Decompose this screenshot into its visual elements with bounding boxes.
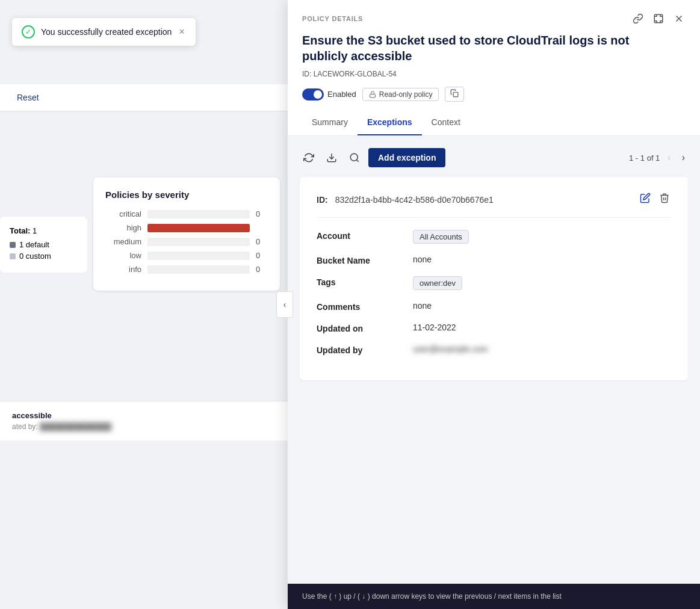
severity-label-low: low bbox=[105, 251, 141, 260]
tab-exceptions[interactable]: Exceptions bbox=[358, 111, 422, 135]
exception-action-buttons bbox=[639, 191, 671, 208]
field-label-updated-on: Updated on bbox=[317, 323, 401, 333]
pagination-text: 1 - 1 of 1 bbox=[629, 153, 660, 162]
success-icon: ✓ bbox=[22, 25, 35, 39]
pagination: 1 - 1 of 1 ‹ › bbox=[629, 151, 688, 164]
exception-field-tags: Tags owner:dev bbox=[317, 276, 671, 290]
policy-details-drawer: POLICY DETAILS bbox=[288, 0, 700, 609]
drawer-title: Ensure the S3 bucket used to store Cloud… bbox=[302, 32, 651, 64]
readonly-badge: Read-only policy bbox=[362, 88, 439, 101]
tab-summary[interactable]: Summary bbox=[302, 111, 358, 135]
severity-row-low: low 0 bbox=[105, 251, 268, 260]
field-label-comments: Comments bbox=[317, 301, 401, 312]
drawer-header: POLICY DETAILS bbox=[288, 0, 700, 136]
severity-label-high: high bbox=[105, 223, 141, 232]
drawer-footer: Use the ( ↑ ) up / ( ↓ ) down arrow keys… bbox=[288, 584, 700, 609]
severity-bar-low bbox=[147, 252, 250, 260]
field-value-comments: none bbox=[413, 301, 432, 311]
severity-label-critical: critical bbox=[105, 209, 141, 218]
severity-row-info: info 0 bbox=[105, 265, 268, 274]
drawer-id: ID: LACEWORK-GLOBAL-54 bbox=[302, 70, 686, 78]
field-label-tags: Tags bbox=[317, 276, 401, 287]
default-dot bbox=[10, 242, 16, 248]
accessible-label: accessible bbox=[12, 411, 277, 420]
copy-button[interactable] bbox=[445, 87, 464, 102]
drawer-header-top: POLICY DETAILS bbox=[302, 12, 686, 25]
stats-custom: 0 custom bbox=[10, 252, 78, 261]
add-exception-button[interactable]: Add exception bbox=[368, 148, 445, 167]
search-icon bbox=[349, 152, 360, 163]
field-value-updated-on: 11-02-2022 bbox=[413, 323, 456, 332]
default-label: 1 default bbox=[19, 240, 49, 249]
field-value-bucket: none bbox=[413, 255, 432, 264]
link-icon-button[interactable] bbox=[631, 12, 645, 25]
pagination-prev-button[interactable]: ‹ bbox=[664, 151, 674, 164]
exception-id-value: 832d2f1a-b4bb-4c42-b586-d0e70b6676e1 bbox=[335, 195, 631, 205]
accessible-row: accessible ated by: ██████████████ bbox=[0, 401, 289, 441]
edit-icon bbox=[640, 193, 651, 203]
reset-area: Reset bbox=[0, 84, 289, 111]
expand-icon-button[interactable] bbox=[652, 12, 665, 25]
severity-row-high: high bbox=[105, 223, 268, 232]
toast-close-button[interactable]: × bbox=[178, 26, 185, 37]
exception-field-account: Account All Accounts bbox=[317, 230, 671, 244]
reset-button[interactable]: Reset bbox=[12, 90, 44, 105]
severity-bar-info bbox=[147, 265, 250, 274]
copy-icon bbox=[450, 89, 459, 97]
enabled-toggle[interactable]: Enabled bbox=[302, 88, 356, 100]
field-value-tags: owner:dev bbox=[413, 276, 462, 290]
severity-label-medium: medium bbox=[105, 237, 141, 246]
pagination-next-button[interactable]: › bbox=[679, 151, 688, 164]
custom-dot bbox=[10, 253, 16, 259]
footer-text: Use the ( ↑ ) up / ( ↓ ) down arrow keys… bbox=[302, 592, 562, 601]
exception-field-updated-on: Updated on 11-02-2022 bbox=[317, 323, 671, 333]
lock-icon bbox=[369, 91, 376, 98]
severity-count-low: 0 bbox=[256, 251, 268, 260]
stats-card: Total: 1 1 default 0 custom bbox=[0, 217, 87, 273]
severity-count-medium: 0 bbox=[256, 237, 268, 246]
toast-message: You successfully created exception bbox=[41, 27, 172, 37]
id-prefix: ID: bbox=[302, 70, 311, 78]
drawer-content: Add exception 1 - 1 of 1 ‹ › ID: 832d2f1… bbox=[288, 136, 700, 584]
download-icon bbox=[326, 152, 337, 163]
delete-icon bbox=[659, 193, 670, 203]
exception-card: ID: 832d2f1a-b4bb-4c42-b586-d0e70b6676e1 bbox=[300, 177, 688, 380]
severity-bar-high bbox=[147, 224, 250, 232]
field-value-account: All Accounts bbox=[413, 230, 469, 244]
stats-default: 1 default bbox=[10, 240, 78, 249]
field-label-bucket: Bucket Name bbox=[317, 255, 401, 265]
refresh-icon bbox=[303, 152, 314, 163]
svg-rect-3 bbox=[370, 94, 375, 97]
drawer-section-label: POLICY DETAILS bbox=[302, 15, 363, 22]
drawer-tabs: Summary Exceptions Context bbox=[302, 111, 686, 135]
severity-bar-medium bbox=[147, 238, 250, 246]
exception-field-updated-by: Updated by user@example.com bbox=[317, 344, 671, 355]
total-label: Total: bbox=[10, 226, 30, 235]
exceptions-toolbar: Add exception 1 - 1 of 1 ‹ › bbox=[300, 148, 688, 167]
severity-count-info: 0 bbox=[256, 265, 268, 274]
svg-rect-4 bbox=[454, 92, 459, 97]
tab-context[interactable]: Context bbox=[422, 111, 470, 135]
svg-point-6 bbox=[350, 153, 358, 161]
success-toast: ✓ You successfully created exception × bbox=[12, 18, 196, 46]
severity-title: Policies by severity bbox=[105, 190, 268, 200]
edit-exception-button[interactable] bbox=[639, 191, 652, 208]
custom-label: 0 custom bbox=[19, 252, 51, 261]
total-value: 1 bbox=[33, 226, 37, 235]
stats-total: Total: 1 bbox=[10, 226, 78, 235]
severity-fill-high bbox=[147, 224, 250, 232]
severity-label-info: info bbox=[105, 265, 141, 274]
severity-count-critical: 0 bbox=[256, 209, 268, 218]
download-button[interactable] bbox=[323, 150, 341, 165]
toggle-switch[interactable] bbox=[302, 88, 324, 100]
severity-row-critical: critical 0 bbox=[105, 209, 268, 218]
delete-exception-button[interactable] bbox=[658, 191, 671, 208]
refresh-button[interactable] bbox=[300, 150, 318, 165]
close-icon-button[interactable] bbox=[672, 12, 686, 25]
id-value: LACEWORK-GLOBAL-54 bbox=[314, 70, 397, 78]
drawer-header-icons bbox=[631, 12, 686, 25]
svg-line-7 bbox=[356, 159, 358, 161]
created-by-label: ated by: ██████████████ bbox=[12, 422, 277, 431]
search-button[interactable] bbox=[345, 150, 364, 165]
collapse-arrow[interactable]: ‹ bbox=[276, 291, 293, 318]
